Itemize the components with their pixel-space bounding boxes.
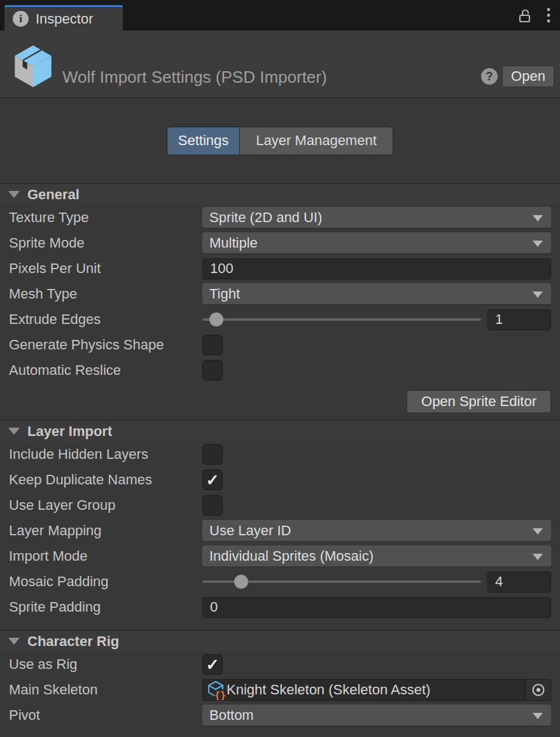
- slider-handle[interactable]: [234, 575, 248, 589]
- extrude-edges-input[interactable]: 1: [487, 309, 551, 330]
- automatic-reslice-checkbox[interactable]: [202, 360, 223, 381]
- mesh-type-dropdown[interactable]: Tight: [202, 283, 551, 305]
- tab-inspector-label: Inspector: [36, 11, 94, 27]
- field-row-automatic-reslice: Automatic Reslice: [0, 358, 560, 383]
- layer-mapping-dropdown[interactable]: Use Layer ID: [202, 520, 551, 542]
- pane-menu-button[interactable]: [546, 7, 551, 25]
- field-row-sprite-padding: Sprite Padding 0: [0, 594, 560, 620]
- field-row-import-mode: Import Mode Individual Sprites (Mosaic): [0, 544, 560, 569]
- section-header-general[interactable]: General: [0, 183, 560, 205]
- generate-physics-shape-checkbox[interactable]: [202, 335, 223, 355]
- mode-tab-zone: Settings Layer Management: [0, 98, 560, 183]
- use-as-rig-checkbox[interactable]: [202, 654, 223, 675]
- extrude-edges-slider[interactable]: [202, 309, 481, 330]
- pixels-per-unit-input[interactable]: 100: [202, 258, 551, 279]
- page-title: Wolf Import Settings (PSD Importer): [62, 67, 327, 87]
- field-row-pixels-per-unit: Pixels Per Unit 100: [0, 256, 560, 281]
- tab-settings[interactable]: Settings: [167, 127, 239, 155]
- tab-layer-management[interactable]: Layer Management: [239, 127, 393, 155]
- mosaic-padding-input[interactable]: 4: [487, 572, 551, 593]
- field-row-sprite-mode: Sprite Mode Multiple: [0, 230, 560, 256]
- import-mode-dropdown[interactable]: Individual Sprites (Mosaic): [202, 545, 551, 567]
- question-mark-icon: ?: [481, 68, 498, 85]
- pivot-dropdown[interactable]: Bottom: [202, 705, 551, 726]
- field-row-layer-mapping: Layer Mapping Use Layer ID: [0, 518, 560, 544]
- field-row-use-layer-group: Use Layer Group: [0, 493, 560, 518]
- use-layer-group-checkbox[interactable]: [202, 495, 223, 516]
- field-row-pivot: Pivot Bottom: [0, 703, 560, 728]
- chevron-down-icon: [8, 191, 20, 198]
- inspector-window: i Inspector: [0, 0, 560, 737]
- open-button[interactable]: Open: [502, 66, 554, 87]
- open-sprite-editor-button[interactable]: Open Sprite Editor: [407, 390, 551, 413]
- mosaic-padding-slider[interactable]: [202, 571, 481, 593]
- chevron-down-icon: [533, 528, 543, 535]
- scriptable-object-cube-icon: {}: [206, 680, 225, 700]
- chevron-down-icon: [533, 713, 543, 719]
- field-row-extrude-edges: Extrude Edges 1: [0, 307, 560, 332]
- svg-text:{}: {}: [214, 690, 225, 700]
- object-picker-button[interactable]: [525, 680, 550, 700]
- sprite-mode-dropdown[interactable]: Multiple: [202, 232, 551, 254]
- help-button[interactable]: ?: [481, 68, 498, 85]
- chevron-down-icon: [533, 291, 543, 298]
- target-picker-icon: [531, 682, 546, 698]
- chevron-down-icon: [533, 215, 543, 221]
- psd-package-cube-icon: [8, 39, 58, 91]
- section-header-character-rig[interactable]: Character Rig: [0, 630, 560, 652]
- asset-header: Wolf Import Settings (PSD Importer) ? Op…: [0, 31, 560, 98]
- texture-type-dropdown[interactable]: Sprite (2D and UI): [202, 207, 551, 228]
- section-header-layer-import[interactable]: Layer Import: [0, 420, 560, 442]
- keep-duplicate-names-checkbox[interactable]: [202, 470, 223, 490]
- chevron-down-icon: [533, 241, 543, 247]
- sprite-editor-button-row: Open Sprite Editor: [0, 383, 560, 420]
- chevron-down-icon: [533, 554, 543, 560]
- chevron-down-icon: [8, 428, 20, 435]
- info-icon: i: [13, 11, 29, 27]
- field-row-mosaic-padding: Mosaic Padding 4: [0, 569, 560, 594]
- field-row-texture-type: Texture Type Sprite (2D and UI): [0, 205, 560, 230]
- field-row-include-hidden-layers: Include Hidden Layers: [0, 442, 560, 467]
- field-row-main-skeleton: Main Skeleton {} Knight Skeleton (Skelet…: [0, 677, 560, 703]
- field-row-use-as-rig: Use as Rig: [0, 652, 560, 677]
- main-skeleton-object-field[interactable]: {} Knight Skeleton (Skeleton Asset): [202, 679, 551, 701]
- sprite-padding-input[interactable]: 0: [202, 597, 551, 618]
- lock-button[interactable]: [517, 8, 533, 24]
- field-row-keep-duplicate-names: Keep Duplicate Names: [0, 467, 560, 493]
- field-row-mesh-type: Mesh Type Tight: [0, 281, 560, 307]
- tab-inspector[interactable]: i Inspector: [4, 5, 123, 31]
- chevron-down-icon: [8, 638, 20, 645]
- field-row-generate-physics-shape: Generate Physics Shape: [0, 332, 560, 358]
- slider-handle[interactable]: [209, 312, 223, 326]
- include-hidden-layers-checkbox[interactable]: [202, 444, 223, 465]
- kebab-menu-icon: [546, 7, 551, 25]
- dock-tab-bar: i Inspector: [0, 0, 560, 31]
- unlocked-padlock-icon: [517, 8, 533, 24]
